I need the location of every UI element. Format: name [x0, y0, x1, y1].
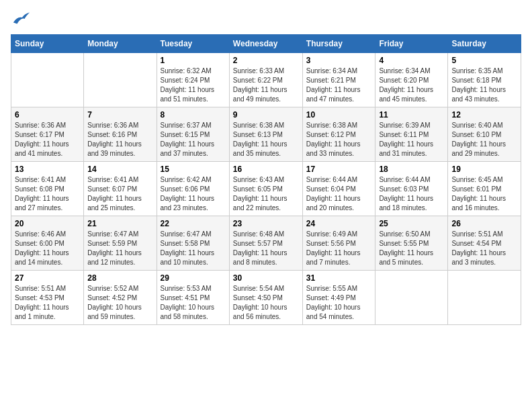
day-cell: 29Sunrise: 5:53 AM Sunset: 4:51 PM Dayli… — [157, 270, 229, 324]
week-row-2: 6Sunrise: 6:36 AM Sunset: 6:17 PM Daylig… — [11, 107, 521, 161]
day-cell: 31Sunrise: 5:55 AM Sunset: 4:49 PM Dayli… — [302, 270, 375, 324]
day-info: Sunrise: 5:55 AM Sunset: 4:49 PM Dayligh… — [306, 284, 372, 322]
day-cell: 30Sunrise: 5:54 AM Sunset: 4:50 PM Dayli… — [229, 270, 302, 324]
day-number: 19 — [451, 165, 517, 174]
day-number: 15 — [161, 165, 226, 174]
day-cell: 22Sunrise: 6:47 AM Sunset: 5:58 PM Dayli… — [157, 216, 229, 270]
day-number: 7 — [87, 110, 152, 120]
day-cell: 24Sunrise: 6:49 AM Sunset: 5:56 PM Dayli… — [302, 216, 375, 270]
day-cell: 12Sunrise: 6:40 AM Sunset: 6:10 PM Dayli… — [448, 107, 521, 161]
day-number: 22 — [161, 219, 226, 228]
day-cell: 5Sunrise: 6:35 AM Sunset: 6:18 PM Daylig… — [448, 52, 521, 107]
day-info: Sunrise: 6:49 AM Sunset: 5:56 PM Dayligh… — [306, 230, 372, 267]
day-number: 28 — [87, 273, 152, 283]
calendar-table: SundayMondayTuesdayWednesdayThursdayFrid… — [11, 34, 521, 325]
day-info: Sunrise: 6:50 AM Sunset: 5:55 PM Dayligh… — [379, 230, 444, 267]
day-cell: 20Sunrise: 6:46 AM Sunset: 6:00 PM Dayli… — [11, 216, 84, 270]
day-number: 23 — [233, 219, 299, 228]
day-cell: 9Sunrise: 6:38 AM Sunset: 6:13 PM Daylig… — [229, 107, 302, 161]
day-info: Sunrise: 6:45 AM Sunset: 6:01 PM Dayligh… — [451, 175, 517, 213]
day-info: Sunrise: 6:40 AM Sunset: 6:10 PM Dayligh… — [451, 121, 517, 158]
day-number: 31 — [306, 273, 372, 283]
page-header — [11, 11, 521, 29]
logo-bird-icon — [12, 11, 31, 26]
day-number: 27 — [15, 273, 80, 283]
day-info: Sunrise: 5:51 AM Sunset: 4:53 PM Dayligh… — [15, 284, 80, 322]
day-info: Sunrise: 6:41 AM Sunset: 6:07 PM Dayligh… — [87, 175, 152, 213]
day-cell: 17Sunrise: 6:44 AM Sunset: 6:04 PM Dayli… — [302, 161, 375, 216]
day-info: Sunrise: 5:54 AM Sunset: 4:50 PM Dayligh… — [233, 284, 299, 322]
day-cell — [84, 52, 157, 107]
day-number: 20 — [15, 219, 80, 228]
weekday-header-thursday: Thursday — [302, 34, 375, 52]
day-number: 11 — [379, 110, 444, 120]
day-cell: 8Sunrise: 6:37 AM Sunset: 6:15 PM Daylig… — [157, 107, 229, 161]
day-number: 16 — [233, 165, 299, 174]
day-cell: 6Sunrise: 6:36 AM Sunset: 6:17 PM Daylig… — [11, 107, 84, 161]
day-cell: 21Sunrise: 6:47 AM Sunset: 5:59 PM Dayli… — [84, 216, 157, 270]
day-info: Sunrise: 6:44 AM Sunset: 6:03 PM Dayligh… — [379, 175, 444, 213]
day-cell: 19Sunrise: 6:45 AM Sunset: 6:01 PM Dayli… — [448, 161, 521, 216]
day-number: 29 — [161, 273, 226, 283]
weekday-header-row: SundayMondayTuesdayWednesdayThursdayFrid… — [11, 34, 521, 52]
day-info: Sunrise: 6:47 AM Sunset: 5:59 PM Dayligh… — [87, 230, 152, 267]
day-info: Sunrise: 6:34 AM Sunset: 6:21 PM Dayligh… — [306, 66, 372, 104]
day-info: Sunrise: 6:39 AM Sunset: 6:11 PM Dayligh… — [379, 121, 444, 158]
day-cell: 10Sunrise: 6:38 AM Sunset: 6:12 PM Dayli… — [302, 107, 375, 161]
day-cell: 14Sunrise: 6:41 AM Sunset: 6:07 PM Dayli… — [84, 161, 157, 216]
logo — [11, 11, 31, 29]
weekday-header-friday: Friday — [375, 34, 448, 52]
day-info: Sunrise: 5:51 AM Sunset: 4:54 PM Dayligh… — [451, 230, 517, 267]
day-info: Sunrise: 6:43 AM Sunset: 6:05 PM Dayligh… — [233, 175, 299, 213]
day-info: Sunrise: 5:53 AM Sunset: 4:51 PM Dayligh… — [161, 284, 226, 322]
day-number: 10 — [306, 110, 372, 120]
weekday-header-saturday: Saturday — [448, 34, 521, 52]
day-info: Sunrise: 6:35 AM Sunset: 6:18 PM Dayligh… — [451, 66, 517, 104]
day-info: Sunrise: 6:32 AM Sunset: 6:24 PM Dayligh… — [161, 66, 226, 104]
day-number: 24 — [306, 219, 372, 228]
day-number: 30 — [233, 273, 299, 283]
day-info: Sunrise: 6:37 AM Sunset: 6:15 PM Dayligh… — [161, 121, 226, 158]
day-cell: 1Sunrise: 6:32 AM Sunset: 6:24 PM Daylig… — [157, 52, 229, 107]
day-info: Sunrise: 5:52 AM Sunset: 4:52 PM Dayligh… — [87, 284, 152, 322]
day-cell: 11Sunrise: 6:39 AM Sunset: 6:11 PM Dayli… — [375, 107, 448, 161]
day-number: 25 — [379, 219, 444, 228]
day-info: Sunrise: 6:42 AM Sunset: 6:06 PM Dayligh… — [161, 175, 226, 213]
day-info: Sunrise: 6:44 AM Sunset: 6:04 PM Dayligh… — [306, 175, 372, 213]
day-number: 13 — [15, 165, 80, 174]
logo-line1 — [11, 11, 31, 29]
week-row-5: 27Sunrise: 5:51 AM Sunset: 4:53 PM Dayli… — [11, 270, 521, 324]
day-number: 2 — [233, 56, 299, 65]
day-cell: 2Sunrise: 6:33 AM Sunset: 6:22 PM Daylig… — [229, 52, 302, 107]
day-cell: 4Sunrise: 6:34 AM Sunset: 6:20 PM Daylig… — [375, 52, 448, 107]
day-number: 21 — [87, 219, 152, 228]
day-number: 14 — [87, 165, 152, 174]
day-cell — [448, 270, 521, 324]
day-number: 18 — [379, 165, 444, 174]
day-info: Sunrise: 6:47 AM Sunset: 5:58 PM Dayligh… — [161, 230, 226, 267]
day-info: Sunrise: 6:36 AM Sunset: 6:16 PM Dayligh… — [87, 121, 152, 158]
weekday-header-tuesday: Tuesday — [157, 34, 229, 52]
day-cell: 27Sunrise: 5:51 AM Sunset: 4:53 PM Dayli… — [11, 270, 84, 324]
weekday-header-sunday: Sunday — [11, 34, 84, 52]
day-cell: 28Sunrise: 5:52 AM Sunset: 4:52 PM Dayli… — [84, 270, 157, 324]
day-info: Sunrise: 6:48 AM Sunset: 5:57 PM Dayligh… — [233, 230, 299, 267]
day-cell: 23Sunrise: 6:48 AM Sunset: 5:57 PM Dayli… — [229, 216, 302, 270]
day-number: 12 — [451, 110, 517, 120]
day-number: 6 — [15, 110, 80, 120]
day-info: Sunrise: 6:41 AM Sunset: 6:08 PM Dayligh… — [15, 175, 80, 213]
weekday-header-monday: Monday — [84, 34, 157, 52]
day-number: 9 — [233, 110, 299, 120]
day-cell: 3Sunrise: 6:34 AM Sunset: 6:21 PM Daylig… — [302, 52, 375, 107]
day-number: 5 — [451, 56, 517, 65]
day-number: 3 — [306, 56, 372, 65]
day-number: 1 — [161, 56, 226, 65]
day-info: Sunrise: 6:36 AM Sunset: 6:17 PM Dayligh… — [15, 121, 80, 158]
day-number: 17 — [306, 165, 372, 174]
day-cell: 26Sunrise: 5:51 AM Sunset: 4:54 PM Dayli… — [448, 216, 521, 270]
day-cell — [11, 52, 84, 107]
day-cell: 16Sunrise: 6:43 AM Sunset: 6:05 PM Dayli… — [229, 161, 302, 216]
day-cell: 7Sunrise: 6:36 AM Sunset: 6:16 PM Daylig… — [84, 107, 157, 161]
day-cell: 13Sunrise: 6:41 AM Sunset: 6:08 PM Dayli… — [11, 161, 84, 216]
day-info: Sunrise: 6:34 AM Sunset: 6:20 PM Dayligh… — [379, 66, 444, 104]
